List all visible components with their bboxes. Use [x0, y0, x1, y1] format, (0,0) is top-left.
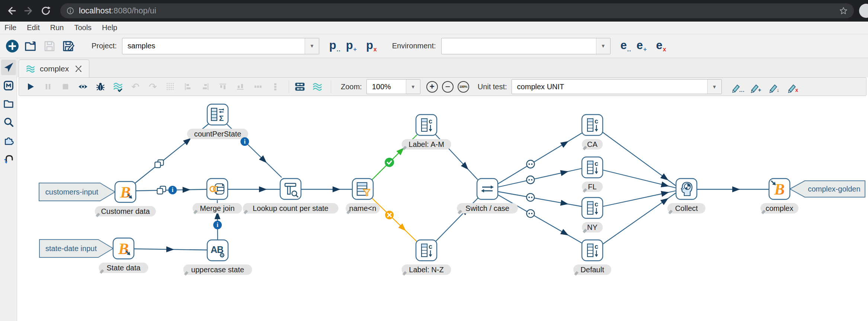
unit-test-edit-button[interactable]: ...: [731, 80, 745, 93]
save-button[interactable]: [42, 38, 57, 54]
transform-collect[interactable]: [676, 179, 697, 199]
sidebar-search-perspective[interactable]: [1, 114, 16, 130]
align-left-button[interactable]: [182, 81, 193, 92]
align-right-button[interactable]: [200, 81, 211, 92]
environment-combo-dropdown-icon[interactable]: ▼: [596, 38, 610, 54]
transform-switch-case[interactable]: [477, 179, 498, 199]
project-delete-button[interactable]: px: [366, 39, 377, 53]
browser-forward-button[interactable]: [22, 4, 35, 17]
sidebar-file-explorer-perspective[interactable]: [1, 96, 16, 112]
unit-test-delete-button[interactable]: x: [787, 80, 801, 93]
environment-add-button[interactable]: e+: [637, 39, 647, 53]
address-bar[interactable]: localhost:8080/hop/ui: [60, 3, 854, 18]
environment-combo-value[interactable]: [442, 38, 596, 54]
menu-file[interactable]: File: [4, 23, 16, 32]
info-badge[interactable]: i: [240, 137, 249, 146]
align-top-button[interactable]: [217, 81, 228, 92]
false-condition-badge[interactable]: [385, 211, 394, 219]
menu-tools[interactable]: Tools: [74, 23, 92, 32]
project-add-button[interactable]: p+: [346, 39, 357, 53]
transform-label-state-data[interactable]: State data: [99, 263, 148, 274]
new-file-button[interactable]: [4, 38, 20, 54]
transform-label-collect[interactable]: Collect: [667, 203, 705, 214]
transform-label-ca[interactable]: CA: [582, 139, 603, 150]
project-combo-dropdown-icon[interactable]: ▼: [305, 38, 319, 54]
tab-close-icon[interactable]: [75, 65, 82, 73]
project-combo-value[interactable]: samples: [122, 38, 305, 54]
show-execution-results-button[interactable]: [294, 81, 305, 92]
transform-merge-join[interactable]: [207, 179, 228, 199]
transform-fl[interactable]: c: [582, 157, 603, 178]
menu-edit[interactable]: Edit: [27, 23, 39, 32]
info-badge[interactable]: i: [168, 186, 177, 194]
browser-back-button[interactable]: [5, 4, 18, 17]
transform-label-n-z[interactable]: c: [416, 240, 437, 261]
bookmark-star-icon[interactable]: [839, 6, 848, 15]
transform-label-customer-data[interactable]: Customer data: [95, 206, 156, 217]
zoom-out-button[interactable]: −: [442, 81, 454, 93]
environment-delete-button[interactable]: ex: [656, 39, 666, 53]
transform-complex[interactable]: B: [769, 179, 790, 199]
undo-button[interactable]: ↶: [130, 81, 141, 92]
unit-test-combo[interactable]: complex UNIT ▼: [512, 79, 722, 94]
transform-label-fl[interactable]: FL: [582, 182, 603, 193]
zoom-combo[interactable]: 100% ▼: [366, 79, 420, 94]
unit-test-combo-dropdown-icon[interactable]: ▼: [707, 80, 721, 94]
true-condition-badge[interactable]: [385, 158, 394, 167]
pipeline-canvas[interactable]: customers-input state-date input complex…: [17, 96, 868, 321]
transform-label-lookup-count-per-state[interactable]: Lookup count per state: [243, 203, 339, 214]
zoom-100-button[interactable]: 100%: [458, 81, 469, 93]
transform-label-complex[interactable]: complex: [760, 203, 798, 214]
tab-complex[interactable]: complex: [19, 60, 89, 77]
pause-button[interactable]: [42, 81, 54, 92]
zoom-combo-value[interactable]: 100%: [367, 80, 406, 94]
check-pipeline-button[interactable]: [112, 81, 124, 92]
preview-button[interactable]: [77, 81, 89, 92]
align-bottom-button[interactable]: [235, 81, 246, 92]
menu-help[interactable]: Help: [102, 23, 117, 32]
target-case-badge[interactable]: [526, 160, 534, 168]
transform-label-a-m[interactable]: c: [416, 115, 437, 135]
distribute-horizontal-button[interactable]: [252, 81, 263, 92]
copy-rows-badge[interactable]: [155, 160, 163, 168]
transform-label-default[interactable]: Default: [573, 264, 611, 276]
transform-label-label-a-m[interactable]: Label: A-M: [402, 139, 451, 150]
save-as-button[interactable]: [60, 38, 76, 54]
transform-label-ny[interactable]: NY: [582, 222, 603, 233]
project-combo[interactable]: samples ▼: [122, 38, 319, 54]
environment-combo[interactable]: ▼: [441, 38, 611, 54]
unit-test-detach-button[interactable]: ↓: [769, 80, 782, 93]
transform-name-filter[interactable]: [352, 179, 373, 199]
transform-label-label-n-z[interactable]: Label: N-Z: [402, 264, 451, 276]
environment-edit-button[interactable]: e..: [621, 39, 631, 53]
zoom-combo-dropdown-icon[interactable]: ▼: [406, 80, 420, 94]
unit-test-combo-value[interactable]: complex UNIT: [512, 80, 707, 94]
zoom-in-button[interactable]: +: [426, 81, 438, 93]
transform-label-switch-case[interactable]: Switch / case: [457, 203, 518, 214]
target-case-badge[interactable]: [526, 210, 534, 218]
run-button[interactable]: [25, 81, 36, 92]
browser-profile-avatar[interactable]: [859, 4, 868, 18]
site-info-icon[interactable]: [66, 7, 74, 15]
sidebar-metadata-perspective[interactable]: [1, 78, 16, 93]
sidebar-plugins-perspective[interactable]: [1, 132, 16, 148]
transform-lookup-count-per-state[interactable]: [280, 179, 301, 199]
transform-default[interactable]: c: [582, 240, 603, 261]
transform-label-merge-join[interactable]: Merge join: [193, 203, 242, 214]
transform-label-name-filter[interactable]: name<n: [346, 203, 380, 214]
snap-to-grid-button[interactable]: [165, 81, 176, 92]
target-case-badge[interactable]: [526, 176, 534, 184]
sidebar-data-orchestration-perspective[interactable]: [1, 60, 16, 75]
open-file-button[interactable]: [23, 38, 39, 54]
transform-state-data[interactable]: B: [113, 238, 134, 259]
info-badge[interactable]: i: [213, 221, 222, 229]
transform-label-count-per-state[interactable]: countPerState: [187, 129, 248, 139]
pipeline-graph[interactable]: customers-input state-date input complex…: [17, 96, 868, 321]
transform-uppercase-state[interactable]: AB: [207, 240, 228, 261]
unit-test-add-button[interactable]: +: [750, 80, 763, 93]
debug-button[interactable]: [95, 81, 106, 92]
transform-ny[interactable]: c: [582, 198, 603, 218]
transform-ca[interactable]: c: [582, 115, 603, 135]
distribute-vertical-button[interactable]: [270, 81, 281, 92]
menu-run[interactable]: Run: [50, 23, 64, 32]
